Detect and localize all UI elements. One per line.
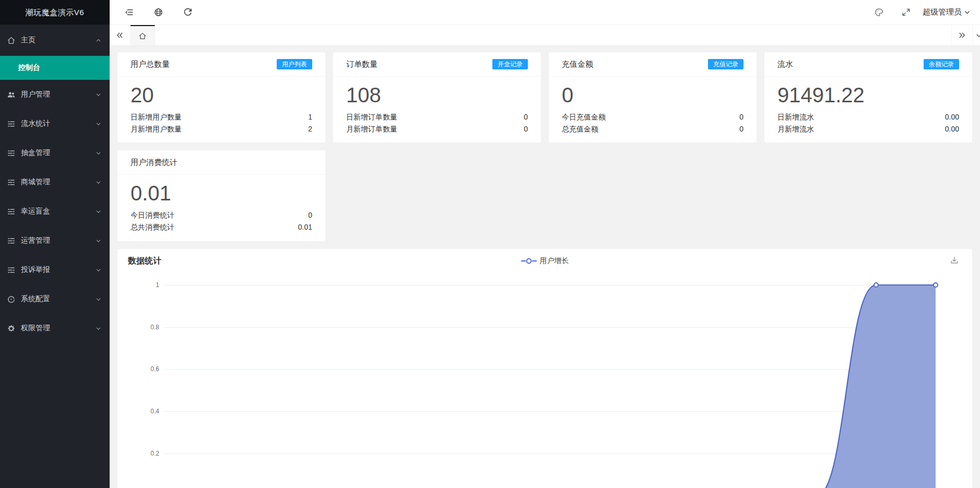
user-menu[interactable]: 超级管理员 (923, 7, 971, 17)
sidebar-item-complaints[interactable]: 投诉举报 (0, 255, 110, 284)
stat-card-recharge: 充值金额 充值记录 0 今日充值金额0 总充值金额0 (549, 52, 757, 142)
row-label: 今日充值金额 (562, 111, 606, 123)
gear-icon (7, 324, 16, 333)
fullscreen-button[interactable] (895, 2, 916, 23)
y-axis-tick: 0.2 (128, 450, 159, 457)
language-button[interactable] (148, 2, 169, 23)
top-header: 超级管理员 (110, 0, 980, 25)
row-label: 今日消费统计 (131, 209, 174, 221)
row-value: 0 (308, 209, 312, 221)
tabs-more-button[interactable] (972, 25, 980, 45)
sidebar: 潮玩魔盒演示V6 主页 控制台 用户管理 流水统计 抽盒管理 商城管理 幸运盲盒… (0, 0, 110, 488)
home-icon (138, 32, 147, 40)
sidebar-item-label: 权限管理 (21, 324, 96, 333)
row-value: 0 (739, 111, 743, 123)
tabs-scroll-left-button[interactable] (110, 25, 131, 45)
card-value: 108 (346, 80, 528, 110)
card-title: 流水 (777, 59, 793, 69)
tabs-scroll-right-button[interactable] (951, 25, 972, 45)
sidebar-item-lucky-box[interactable]: 幸运盲盒 (0, 197, 110, 226)
stat-card-orders: 订单数量 开盒记录 108 日新增订单数量0 月新增订单数量0 (333, 52, 541, 142)
y-axis-tick: 0.4 (128, 408, 159, 415)
data-statistics-chart-card: 数据统计 用户增长 1 0.8 0.6 0.4 0.2 (117, 249, 972, 488)
card-title: 用户消费统计 (131, 158, 178, 168)
data-point-marker[interactable] (934, 283, 938, 287)
tab-spacer (155, 25, 951, 45)
list-icon (7, 178, 16, 187)
sidebar-item-label: 用户管理 (21, 90, 96, 99)
sidebar-item-label: 抽盒管理 (21, 148, 96, 158)
collapse-sidebar-button[interactable] (119, 2, 139, 23)
row-value: 0 (524, 123, 528, 135)
download-icon (949, 255, 960, 266)
y-axis-tick: 0.8 (128, 324, 159, 331)
sidebar-subitem-label: 控制台 (18, 63, 40, 73)
sidebar-item-label: 幸运盲盒 (21, 207, 96, 216)
save-as-image-button[interactable] (949, 255, 961, 267)
circle-dot-icon (7, 295, 16, 304)
tab-bar (110, 25, 980, 46)
row-value: 0.00 (945, 111, 959, 123)
palette-icon (874, 7, 884, 17)
row-value: 0 (739, 123, 743, 135)
sidebar-item-label: 系统配置 (21, 294, 96, 304)
sidebar-item-mall-management[interactable]: 商城管理 (0, 168, 110, 197)
sidebar-item-label: 主页 (21, 35, 96, 45)
sidebar-item-console[interactable]: 控制台 (0, 56, 110, 80)
chart-legend-user-growth[interactable]: 用户增长 (521, 256, 569, 266)
refresh-button[interactable] (177, 2, 198, 23)
row-value: 0.01 (298, 221, 312, 233)
stat-card-total-users: 用户总数量 用户列表 20 日新增用户数量1 月新增用户数量2 (117, 52, 325, 142)
list-icon (7, 149, 16, 158)
app-logo-title: 潮玩魔盒演示V6 (0, 0, 110, 25)
sidebar-item-operations[interactable]: 运营管理 (0, 226, 110, 255)
data-point-marker[interactable] (874, 283, 878, 287)
theme-button[interactable] (868, 2, 889, 23)
row-label: 月新增用户数量 (131, 123, 182, 135)
sidebar-item-box-management[interactable]: 抽盒管理 (0, 138, 110, 168)
sidebar-item-flow-stats[interactable]: 流水统计 (0, 109, 110, 138)
list-icon (7, 207, 16, 216)
sidebar-item-home[interactable]: 主页 (0, 25, 110, 56)
recharge-records-badge-button[interactable]: 充值记录 (708, 59, 743, 69)
card-value: 0.01 (131, 178, 312, 208)
dashboard-content: 用户总数量 用户列表 20 日新增用户数量1 月新增用户数量2 订单数量 开盒记… (110, 46, 980, 488)
home-icon (7, 36, 16, 45)
chevron-down-icon (964, 9, 971, 16)
open-box-records-badge-button[interactable]: 开盒记录 (492, 59, 528, 69)
card-title: 充值金额 (562, 59, 593, 69)
users-icon (7, 90, 16, 99)
sidebar-item-system-config[interactable]: 系统配置 (0, 284, 110, 314)
sidebar-item-label: 投诉举报 (21, 265, 96, 275)
chevron-down-icon (96, 180, 101, 185)
chevron-down-icon (96, 92, 101, 98)
y-axis-tick: 0.6 (128, 365, 159, 373)
globe-icon (154, 7, 163, 17)
stat-cards-row-2: 用户消费统计 0.01 今日消费统计0 总共消费统计0.01 (117, 150, 972, 241)
row-value: 2 (308, 123, 312, 135)
tab-home[interactable] (131, 25, 155, 45)
chevron-down-icon (96, 238, 101, 244)
legend-line-marker-icon (521, 257, 537, 265)
chevron-up-icon (96, 38, 101, 43)
stat-card-flow: 流水 余额记录 91491.22 日新增流水0.00 月新增流水0.00 (764, 52, 972, 142)
row-value: 1 (308, 111, 312, 123)
fullscreen-icon (901, 7, 911, 17)
chevron-down-icon (96, 267, 101, 273)
row-value: 0 (524, 111, 528, 123)
user-name: 超级管理员 (923, 7, 962, 17)
chevron-down-icon (975, 32, 980, 39)
balance-records-badge-button[interactable]: 余额记录 (924, 59, 959, 69)
chevron-down-icon (96, 209, 101, 215)
sidebar-item-permissions[interactable]: 权限管理 (0, 314, 110, 343)
row-label: 日新增流水 (777, 111, 814, 123)
stat-card-consumption: 用户消费统计 0.01 今日消费统计0 总共消费统计0.01 (117, 150, 325, 241)
chevron-down-icon (96, 121, 101, 127)
sidebar-item-user-management[interactable]: 用户管理 (0, 80, 110, 109)
card-title: 用户总数量 (131, 59, 170, 69)
list-icon (7, 266, 16, 275)
refresh-icon (183, 7, 193, 17)
row-label: 月新增流水 (777, 123, 814, 135)
user-list-badge-button[interactable]: 用户列表 (277, 59, 312, 69)
legend-label: 用户增长 (540, 256, 569, 266)
